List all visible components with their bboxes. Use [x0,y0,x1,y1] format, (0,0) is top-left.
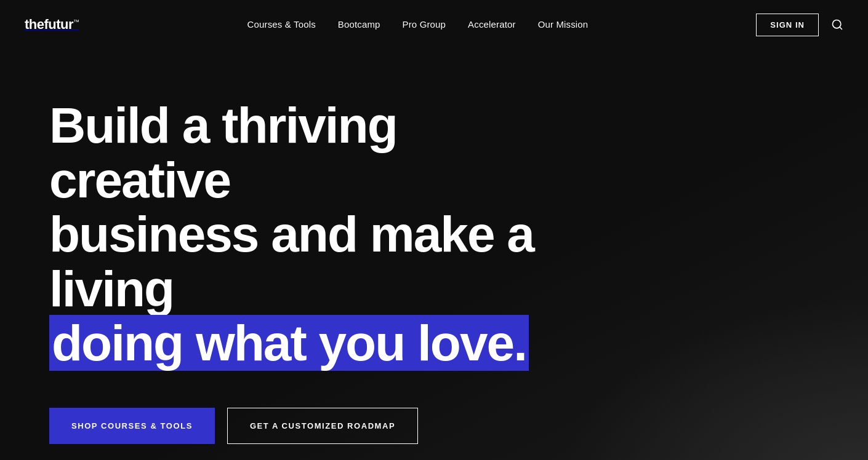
nav-link-courses[interactable]: Courses & Tools [247,19,316,30]
sign-in-button[interactable]: SIGN IN [756,14,819,36]
nav-right: SIGN IN [756,14,843,36]
navbar: thefutur™ Courses & Tools Bootcamp Pro G… [0,0,868,49]
nav-item-bootcamp[interactable]: Bootcamp [338,19,380,30]
hero-heading: Build a thriving creative business and m… [49,98,579,371]
nav-link-pro-group[interactable]: Pro Group [403,19,446,30]
nav-link-mission[interactable]: Our Mission [538,19,589,30]
logo[interactable]: thefutur™ [25,17,79,33]
search-icon [831,18,843,31]
nav-link-accelerator[interactable]: Accelerator [468,19,516,30]
nav-item-courses[interactable]: Courses & Tools [247,19,316,30]
nav-links: Courses & Tools Bootcamp Pro Group Accel… [247,19,589,30]
hero-section: Build a thriving creative business and m… [0,49,868,460]
svg-line-1 [840,27,842,30]
hero-content: Build a thriving creative business and m… [49,98,579,444]
search-button[interactable] [831,18,843,31]
hero-heading-line1: Build a thriving creative [49,97,397,208]
hero-heading-line3: doing what you love. [49,315,529,371]
logo-text: thefutur™ [25,17,79,32]
nav-link-bootcamp[interactable]: Bootcamp [338,19,380,30]
nav-item-accelerator[interactable]: Accelerator [468,19,516,30]
hero-heading-line2: business and make a living [49,206,534,317]
get-roadmap-button[interactable]: GET A CUSTOMIZED ROADMAP [227,408,418,444]
hero-buttons: SHOP COURSES & TOOLS GET A CUSTOMIZED RO… [49,408,579,444]
nav-item-mission[interactable]: Our Mission [538,19,589,30]
shop-courses-button[interactable]: SHOP COURSES & TOOLS [49,408,215,444]
nav-item-pro-group[interactable]: Pro Group [403,19,446,30]
